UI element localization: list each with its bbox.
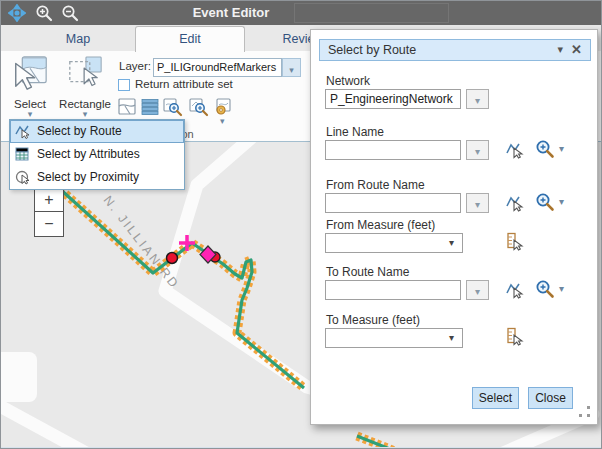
return-attribute-label: Return attribute set (135, 78, 233, 90)
from-route-input[interactable] (325, 193, 461, 213)
layer-label: Layer: (119, 60, 151, 72)
panel-title: Select by Route (328, 43, 416, 57)
rectangle-caret-icon[interactable]: ▾ (59, 110, 111, 118)
caret-down-icon: ▾ (475, 146, 480, 157)
to-route-pick-on-map-icon[interactable] (505, 280, 524, 299)
layer-combobox-caret[interactable]: ▾ (282, 58, 301, 77)
menu-item-select-by-proximity[interactable]: Select by Proximity (10, 166, 184, 189)
polygon-select-icon[interactable] (117, 97, 138, 117)
to-measure-label: To Measure (feet) (326, 313, 420, 327)
app-title: Event Editor (151, 5, 311, 20)
line-name-input[interactable] (325, 140, 461, 160)
zoom-in-icon[interactable] (35, 4, 53, 22)
network-label: Network (326, 74, 370, 88)
line-pick-on-map-icon[interactable] (505, 140, 524, 159)
selection-options-caret-icon[interactable]: ▾ (220, 117, 225, 125)
event-editor-window: N. JILLIAN RD + − (0, 0, 602, 449)
map-parcel (1, 352, 37, 402)
titlebar-dock-outline (294, 3, 449, 23)
tab-map[interactable]: Map (23, 27, 133, 51)
street-label: N. JILLIAN RD (101, 193, 183, 292)
line-search-caret-icon[interactable]: ▾ (559, 143, 564, 154)
line-search-icon[interactable] (535, 139, 555, 159)
select-tool-icon (11, 55, 49, 93)
road-bottom-left (1, 400, 99, 449)
zoom-to-selection-icon[interactable] (162, 97, 183, 117)
panel-menu-caret-icon[interactable]: ▾ (557, 43, 563, 56)
to-route-search-caret-icon[interactable]: ▾ (559, 283, 564, 294)
select-tool-button[interactable]: Select ▾ (7, 55, 53, 118)
zoom-to-route-icon[interactable] (188, 97, 209, 117)
map-zoom-out-button[interactable]: − (35, 212, 63, 236)
to-route-search-icon[interactable] (535, 279, 555, 299)
to-route-label: To Route Name (326, 265, 409, 279)
from-route-search-icon[interactable] (535, 192, 555, 212)
select-caret-icon[interactable]: ▾ (7, 110, 53, 118)
line-name-label: Line Name (326, 125, 384, 139)
attribute-table-icon[interactable] (140, 97, 161, 117)
panel-resize-grip[interactable] (579, 406, 593, 420)
map-zoom-in-button[interactable]: + (35, 188, 63, 212)
line-name-caret-button[interactable]: ▾ (466, 140, 489, 160)
title-bar: Event Editor (1, 1, 602, 25)
from-route-label: From Route Name (326, 178, 425, 192)
to-route-caret-button[interactable]: ▾ (466, 280, 489, 300)
menu-item-select-by-attributes[interactable]: Select by Attributes (10, 143, 184, 166)
map-zoom-control: + − (34, 187, 64, 237)
menu-item-select-by-route[interactable]: Select by Route (10, 120, 184, 143)
caret-down-icon: ▾ (289, 65, 294, 75)
select-by-route-icon (15, 123, 31, 139)
from-route-caret-button[interactable]: ▾ (466, 193, 489, 213)
from-route-pick-on-map-icon[interactable] (505, 193, 524, 212)
menu-item-label: Select by Proximity (37, 170, 139, 184)
pan-tool-icon[interactable] (8, 4, 26, 22)
caret-down-icon: ▾ (475, 95, 480, 106)
network-caret-button[interactable]: ▾ (466, 89, 489, 109)
layer-combobox[interactable]: P_ILIGroundRefMarkers (153, 58, 282, 77)
tab-edit[interactable]: Edit (135, 26, 245, 52)
select-dropdown-menu: Select by Route Select by Attributes Sel… (9, 119, 185, 190)
red-point-marker[interactable] (167, 253, 178, 264)
panel-close-icon[interactable]: ✕ (571, 42, 582, 57)
return-attribute-checkbox[interactable] (118, 79, 130, 91)
menu-item-label: Select by Attributes (37, 147, 140, 161)
rectangle-tool-icon (66, 55, 104, 93)
network-combobox[interactable]: P_EngineeringNetwork (325, 89, 461, 109)
to-measure-pick-icon[interactable] (505, 327, 524, 346)
close-button[interactable]: Close (528, 387, 573, 409)
select-by-attributes-icon (15, 146, 31, 162)
select-button[interactable]: Select (472, 387, 519, 409)
from-measure-label: From Measure (feet) (326, 218, 435, 232)
menu-item-label: Select by Route (37, 124, 122, 138)
zoom-out-icon[interactable] (61, 4, 79, 22)
from-measure-input[interactable] (325, 233, 463, 253)
to-measure-input[interactable] (325, 328, 463, 348)
from-route-search-caret-icon[interactable]: ▾ (559, 196, 564, 207)
selection-options-icon[interactable] (213, 97, 234, 117)
rectangle-tool-button[interactable]: Rectangle ▾ (59, 55, 111, 118)
from-measure-pick-icon[interactable] (505, 232, 524, 251)
select-by-proximity-icon (15, 169, 31, 185)
caret-down-icon: ▾ (475, 199, 480, 210)
caret-down-icon: ▾ (475, 286, 480, 297)
panel-header[interactable]: Select by Route ▾ ✕ (319, 39, 591, 61)
to-route-input[interactable] (325, 280, 461, 300)
select-by-route-panel: Select by Route ▾ ✕ Network P_Engineerin… (310, 29, 598, 425)
